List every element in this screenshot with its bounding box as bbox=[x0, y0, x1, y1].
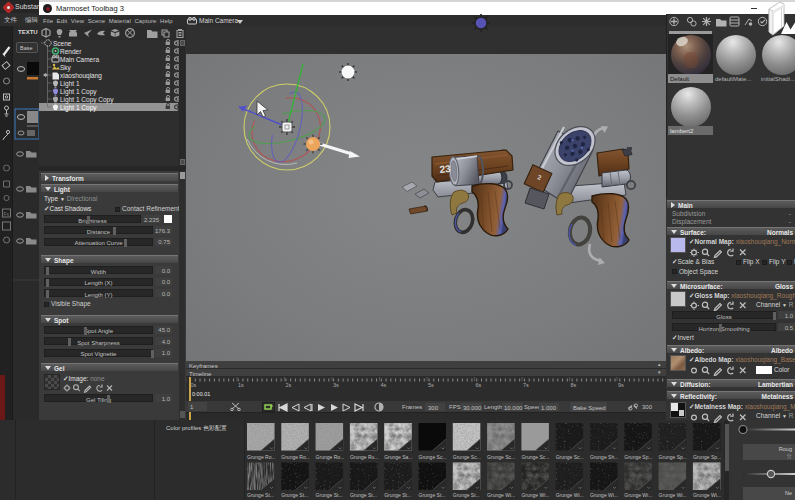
svg-text:Grunge Ro...: Grunge Ro... bbox=[316, 454, 345, 460]
svg-text:Grunge St...: Grunge St... bbox=[384, 492, 411, 498]
svg-text:Grunge Ro...: Grunge Ro... bbox=[247, 454, 276, 460]
svg-text:Grunge Sa...: Grunge Sa... bbox=[384, 454, 412, 460]
svg-text:Grunge Wi...: Grunge Wi... bbox=[624, 492, 652, 498]
svg-text:Grunge St...: Grunge St... bbox=[419, 492, 446, 498]
svg-text:Ne: Ne bbox=[785, 490, 792, 496]
svg-text:Grunge Sc...: Grunge Sc... bbox=[521, 454, 549, 460]
svg-text:Grunge Sc...: Grunge Sc... bbox=[419, 454, 447, 460]
svg-text:Grunge Ru...: Grunge Ru... bbox=[350, 454, 379, 460]
svg-text:Grunge Sc...: Grunge Sc... bbox=[487, 454, 515, 460]
svg-text:8s: 8s bbox=[571, 382, 577, 388]
svg-text:Grunge Sp...: Grunge Sp... bbox=[624, 454, 652, 460]
svg-text:Grunge Sc...: Grunge Sc... bbox=[556, 454, 584, 460]
svg-text:4s: 4s bbox=[381, 382, 387, 388]
svg-text:1s: 1s bbox=[238, 382, 244, 388]
svg-text:Grunge Wi...: Grunge Wi... bbox=[659, 492, 687, 498]
svg-text:Fs: Fs bbox=[4, 211, 10, 217]
svg-text:6s: 6s bbox=[476, 382, 482, 388]
svg-text:5s: 5s bbox=[428, 382, 434, 388]
svg-text:Grunge Wi...: Grunge Wi... bbox=[693, 492, 721, 498]
svg-text:9s: 9s bbox=[618, 382, 624, 388]
svg-text:Grunge Wi...: Grunge Wi... bbox=[590, 492, 618, 498]
svg-text:Grunge St...: Grunge St... bbox=[453, 492, 480, 498]
svg-text:Grunge Sp...: Grunge Sp... bbox=[693, 454, 721, 460]
svg-text:Grunge Sp...: Grunge Sp... bbox=[659, 454, 687, 460]
svg-text:分: 分 bbox=[787, 453, 793, 459]
svg-text:Grunge Ro...: Grunge Ro... bbox=[281, 454, 310, 460]
svg-text:0:00.01: 0:00.01 bbox=[192, 391, 210, 397]
svg-text:Grunge Wi...: Grunge Wi... bbox=[556, 492, 584, 498]
svg-text:Grunge Sc...: Grunge Sc... bbox=[453, 454, 481, 460]
svg-text:Grunge St...: Grunge St... bbox=[350, 492, 377, 498]
svg-text:2s: 2s bbox=[286, 382, 292, 388]
svg-text:Roug: Roug bbox=[779, 446, 792, 452]
svg-text:Grunge St...: Grunge St... bbox=[281, 492, 308, 498]
svg-text:0s: 0s bbox=[191, 382, 197, 388]
svg-text:Grunge Sh...: Grunge Sh... bbox=[590, 454, 618, 460]
svg-text:Grunge St...: Grunge St... bbox=[247, 492, 274, 498]
svg-text:Grunge Wi...: Grunge Wi... bbox=[487, 492, 515, 498]
svg-text:23: 23 bbox=[439, 163, 452, 175]
svg-text:3s: 3s bbox=[333, 382, 339, 388]
svg-text:Grunge St...: Grunge St... bbox=[316, 492, 343, 498]
svg-text:Grunge Wi...: Grunge Wi... bbox=[521, 492, 549, 498]
svg-text:7s: 7s bbox=[523, 382, 529, 388]
